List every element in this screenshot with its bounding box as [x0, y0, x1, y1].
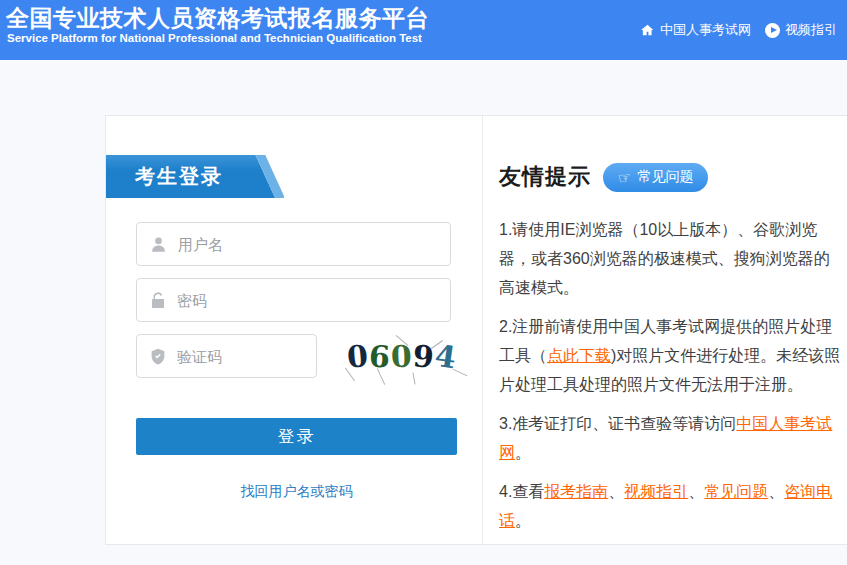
nav-link-site[interactable]: 中国人事考试网: [640, 21, 751, 39]
username-input[interactable]: [178, 236, 450, 253]
forgot-link[interactable]: 找回用户名或密码: [241, 483, 353, 499]
nav-link-video-label: 视频指引: [785, 21, 837, 39]
faq-button[interactable]: ☞ 常见问题: [603, 163, 708, 192]
captcha-field[interactable]: [136, 334, 317, 378]
captcha-digit: 0: [390, 338, 412, 374]
tips-title: 友情提示: [499, 162, 591, 192]
nav-link-video[interactable]: 视频指引: [765, 21, 837, 39]
page: 全国专业技术人员资格考试报名服务平台 Service Platform for …: [0, 0, 847, 565]
tip3-text-pre: 3.准考证打印、证书查验等请访问: [499, 415, 736, 432]
header-nav: 中国人事考试网 视频指引: [640, 0, 837, 60]
forgot-row: 找回用户名或密码: [136, 482, 457, 501]
captcha-digit: 0: [346, 338, 370, 375]
tip-item-2: 2.注册前请使用中国人事考试网提供的照片处理工具（点此下载)对照片文件进行处理。…: [499, 312, 845, 399]
tip-item-1: 1.请使用IE浏览器（10以上版本）、谷歌浏览器，或者360浏览器的极速模式、搜…: [499, 215, 845, 302]
tip4-separator: 、: [688, 483, 704, 500]
tip1-text: 1.请使用IE浏览器（10以上版本）、谷歌浏览器，或者360浏览器的极速模式、搜…: [499, 221, 830, 296]
panel-divider: [482, 116, 483, 544]
tip4-text-pre: 4.查看: [499, 483, 544, 500]
login-button[interactable]: 登录: [136, 418, 457, 455]
play-icon: [765, 23, 780, 38]
password-field[interactable]: [136, 278, 451, 322]
faq-button-label: 常见问题: [637, 168, 693, 186]
header: 全国专业技术人员资格考试报名服务平台 Service Platform for …: [0, 0, 847, 60]
page-title: 全国专业技术人员资格考试报名服务平台: [6, 3, 429, 34]
tip4-separator: 、: [768, 483, 784, 500]
tip4-separator: 、: [608, 483, 624, 500]
captcha-noise: [412, 373, 415, 385]
tip-item-3: 3.准考证打印、证书查验等请访问中国人事考试网。: [499, 409, 845, 467]
tips-header: 友情提示 ☞ 常见问题: [499, 162, 845, 192]
password-input[interactable]: [177, 292, 450, 309]
lock-icon: [149, 291, 167, 310]
video-guide-link[interactable]: 视频指引: [624, 483, 688, 500]
user-icon: [149, 235, 168, 254]
captcha-input[interactable]: [177, 348, 316, 365]
username-field[interactable]: [136, 222, 451, 266]
captcha-image[interactable]: 06094: [334, 330, 469, 382]
tips-panel: 友情提示 ☞ 常见问题 1.请使用IE浏览器（10以上版本）、谷歌浏览器，或者3…: [499, 162, 845, 545]
exam-guide-link[interactable]: 报考指南: [544, 483, 608, 500]
captcha-digit: 4: [432, 337, 458, 375]
page-subtitle: Service Platform for National Profession…: [7, 32, 422, 44]
faq-link[interactable]: 常见问题: [704, 483, 768, 500]
login-banner-label: 考生登录: [106, 155, 284, 198]
tip4-text-post: 。: [515, 512, 531, 529]
main-card: 考生登录: [105, 115, 847, 545]
download-tool-link[interactable]: 点此下载: [547, 347, 611, 364]
shield-check-icon: [149, 347, 167, 366]
captcha-digit: 6: [368, 338, 391, 374]
tip-item-4: 4.查看报考指南、视频指引、常见问题、咨询电话。: [499, 477, 845, 535]
login-banner: 考生登录: [106, 155, 284, 198]
nav-link-site-label: 中国人事考试网: [660, 21, 751, 39]
home-icon: [640, 23, 655, 37]
captcha-digit: 9: [412, 338, 435, 374]
tip3-text-post: 。: [515, 444, 531, 461]
captcha-noise: [453, 369, 468, 377]
pointing-hand-icon: ☞: [617, 168, 633, 185]
